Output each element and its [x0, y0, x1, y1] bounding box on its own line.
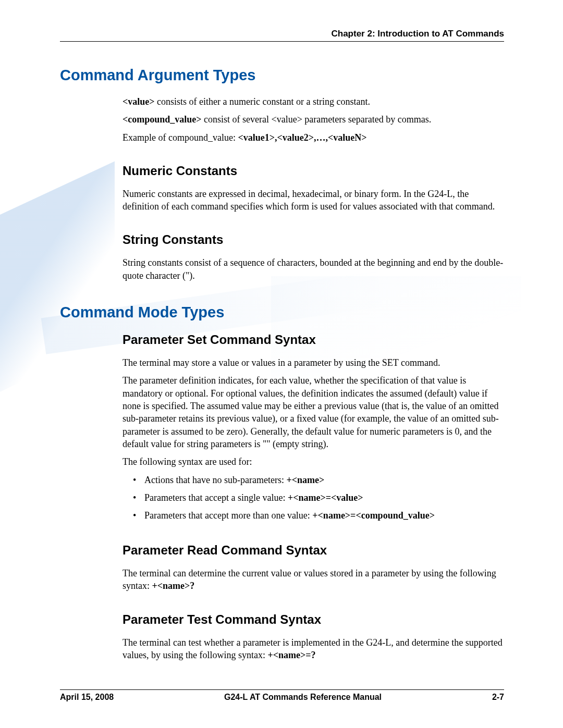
bold-text: +<name>=<compound_value>	[312, 510, 435, 521]
bullet-list: Actions that have no sub-parameters: +<n…	[133, 473, 504, 523]
list-item: Parameters that accept more than one val…	[133, 509, 504, 523]
content: Command Argument Types <value> consists …	[60, 67, 504, 661]
paragraph: Example of compound_value: <value1>,<val…	[123, 131, 504, 144]
text: Actions that have no sub-parameters:	[144, 475, 286, 485]
paragraph: The parameter definition indicates, for …	[123, 374, 504, 450]
text: Parameters that accept a single value:	[144, 492, 288, 503]
bold-text: <value1>,<value2>,…,<valueN>	[238, 132, 366, 143]
page-header: Chapter 2: Introduction to AT Commands	[60, 29, 504, 42]
paragraph: The terminal can test whether a paramete…	[123, 636, 504, 662]
heading-command-argument-types: Command Argument Types	[60, 67, 504, 84]
section-body: <value> consists of either a numeric con…	[123, 95, 504, 282]
page: Chapter 2: Introduction to AT Commands C…	[0, 0, 563, 728]
text: consists of either a numeric constant or…	[155, 96, 370, 107]
heading-parameter-set: Parameter Set Command Syntax	[123, 332, 504, 347]
bold-text: <compound_value>	[123, 114, 202, 125]
list-item: Actions that have no sub-parameters: +<n…	[133, 473, 504, 488]
heading-numeric-constants: Numeric Constants	[123, 164, 504, 178]
paragraph: String constants consist of a sequence o…	[123, 256, 504, 282]
heading-parameter-test: Parameter Test Command Syntax	[123, 612, 504, 627]
footer-title: G24-L AT Commands Reference Manual	[114, 693, 492, 702]
paragraph: The terminal may store a value or values…	[123, 356, 504, 369]
paragraph: The following syntax are used for:	[123, 455, 504, 468]
paragraph: The terminal can determine the current v…	[123, 567, 504, 593]
list-item: Parameters that accept a single value: +…	[133, 491, 504, 505]
paragraph: <value> consists of either a numeric con…	[123, 95, 504, 108]
chapter-label: Chapter 2: Introduction to AT Commands	[332, 29, 505, 39]
heading-command-mode-types: Command Mode Types	[60, 304, 504, 321]
bold-text: +<name>=<value>	[288, 492, 363, 503]
footer-date: April 15, 2008	[60, 693, 114, 702]
text: Example of compound_value:	[123, 132, 238, 143]
bold-text: +<name>	[286, 475, 324, 485]
bold-text: +<name>=?	[267, 650, 315, 660]
paragraph: <compound_value> consist of several <val…	[123, 113, 504, 126]
bold-text: <value>	[123, 96, 155, 107]
footer-page-number: 2-7	[492, 693, 504, 702]
text: Parameters that accept more than one val…	[144, 510, 312, 521]
page-footer: April 15, 2008 G24-L AT Commands Referen…	[60, 689, 504, 702]
paragraph: Numeric constants are expressed in decim…	[123, 188, 504, 213]
heading-string-constants: String Constants	[123, 232, 504, 247]
text: consist of several <value> parameters se…	[202, 114, 432, 125]
bold-text: +<name>?	[152, 581, 195, 591]
heading-parameter-read: Parameter Read Command Syntax	[123, 543, 504, 558]
section-body: Parameter Set Command Syntax The termina…	[123, 332, 504, 661]
